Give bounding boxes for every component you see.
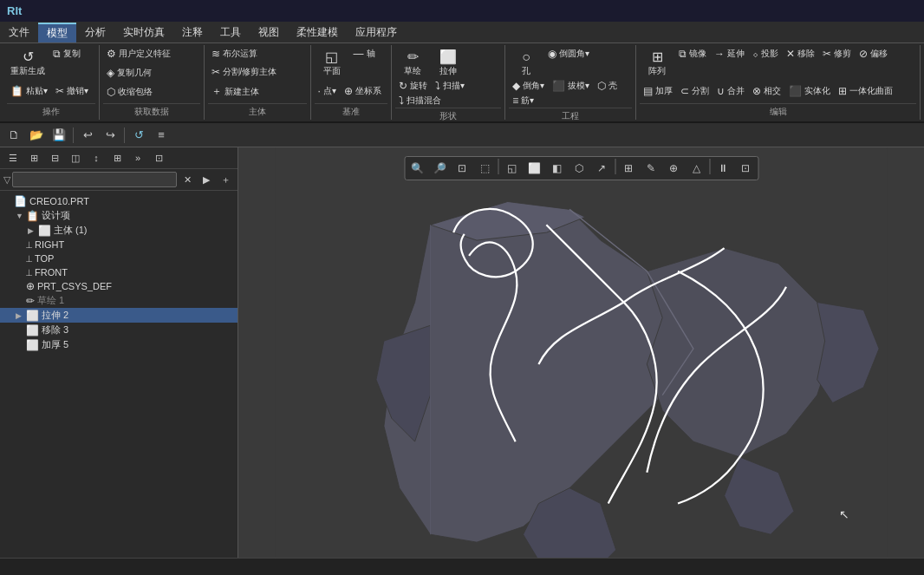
tb2-new[interactable]: 🗋 [3,126,24,145]
sidebar-tb-collapse[interactable]: ⊟ [45,149,64,167]
sidebar-tb-columns[interactable]: ⊞ [107,149,127,167]
tree-item-front[interactable]: ⟂FRONT [0,265,238,279]
vp-btn-zoom-fit[interactable]: ⊡ [452,159,472,178]
ribbon-btn-拉伸[interactable]: ⬜拉伸 [431,47,465,78]
vp-btn-normal-display[interactable]: △ [686,159,706,178]
menu-item-柔性建模[interactable]: 柔性建模 [288,23,347,42]
vp-btn-zoom-in[interactable]: 🔍 [407,159,427,178]
viewport[interactable]: 🔍🔎⊡⬚◱⬜◧⬡↗⊞✎⊕△⏸⊡ [238,147,924,558]
ribbon-btn-small-扫描[interactable]: ⤵扫描▾ [432,79,468,93]
ribbon-btn-small-合并[interactable]: ∪合并 [713,84,748,98]
sidebar-tb-more[interactable]: » [128,149,147,167]
ribbon-btn-small-实体化[interactable]: ⬛实体化 [785,84,834,98]
menu-item-应用程序[interactable]: 应用程序 [347,23,406,42]
vp-btn-half-view[interactable]: ◧ [546,159,567,178]
ribbon-btn-孔[interactable]: ○孔 [509,47,543,78]
vp-btn-pause[interactable]: ⏸ [713,159,733,178]
ribbon-btn-small-倒圆角[interactable]: ◉倒圆角▾ [544,47,593,61]
vp-btn-mesh[interactable]: ⬡ [569,159,589,178]
ribbon-btn-small-分割/修剪主体[interactable]: ✂分割/修剪主体 [208,65,281,79]
sidebar-tb-sort[interactable]: ↕ [87,149,106,167]
tree-arrow[interactable]: ▼ [16,212,26,220]
tb2-regenerate[interactable]: ↺ [128,126,149,145]
search-input[interactable] [12,172,177,187]
vp-btn-zoom-out[interactable]: 🔎 [429,159,450,178]
ribbon-btn-small-筋[interactable]: ≡筋▾ [509,94,537,108]
menu-item-注释[interactable]: 注释 [173,23,211,42]
tree-item-top[interactable]: ⟂TOP [0,252,238,265]
search-add[interactable]: ＋ [217,171,234,188]
ribbon-btn-草绘[interactable]: ✏草绘 [395,47,430,78]
ribbon-btn-small-壳[interactable]: ⬡壳 [594,79,621,93]
vp-btn-settings[interactable]: ⊡ [735,159,756,178]
tb2-relations[interactable]: ≡ [151,126,172,145]
ribbon-btn-small-坐标系[interactable]: ⊕坐标系 [341,84,385,98]
ribbon-btn-small-收缩包络[interactable]: ⬡收缩包络 [103,85,156,99]
tree-arrow[interactable]: ▶ [28,226,38,235]
tree-item-body1[interactable]: ▶⬜主体 (1) [0,223,238,238]
ribbon-btn-small-修剪[interactable]: ✂修剪 [819,47,855,61]
tree-item-icon-sketch1: ✏ [26,295,35,307]
vp-btn-shading[interactable]: ⬜ [524,159,544,178]
tree-item-sketch1[interactable]: ✏草绘 1 [0,293,238,308]
tree-arrow[interactable]: ▶ [16,311,26,320]
search-clear[interactable]: ✕ [179,171,196,188]
ribbon-btn-small-轴[interactable]: —轴 [350,47,379,61]
ribbon-btn-small-扫描混合[interactable]: ⤵扫描混合 [395,94,445,108]
vp-btn-view-options[interactable]: ⬚ [474,159,495,178]
ribbon-btn-small-布尔运算[interactable]: ≋布尔运算 [208,47,261,61]
sidebar-tb-options[interactable]: ⊡ [149,149,168,167]
search-go[interactable]: ▶ [198,171,215,188]
ribbon-btn-small-一体化曲面[interactable]: ⊞一体化曲面 [835,84,896,98]
menu-item-工具[interactable]: 工具 [211,23,250,42]
tree-item-extrude2[interactable]: ▶⬜拉伸 2 [0,308,238,323]
ribbon-btn-重新生成[interactable]: ↺重新生成 [7,47,49,78]
sidebar-tb-list-view[interactable]: ☰ [3,149,23,167]
tb2-save[interactable]: 💾 [49,126,69,145]
ribbon-btn-small-撤销[interactable]: ✂撤销▾ [52,84,92,98]
menu-item-模型[interactable]: 模型 [38,23,76,42]
ribbon-btn-small-分割[interactable]: ⊂分割 [677,84,713,98]
tree-item-root[interactable]: 📄CREO10.PRT [0,194,238,208]
tree-item-design[interactable]: ▼📋设计项 [0,208,238,223]
tree-item-csys[interactable]: ⊕PRT_CSYS_DEF [0,279,238,293]
menu-item-文件[interactable]: 文件 [0,23,38,42]
ribbon-btn-small-新建主体[interactable]: ＋新建主体 [208,83,263,100]
ribbon-btn-small-倒角[interactable]: ◆倒角▾ [509,79,548,93]
ribbon-btn-small-延伸[interactable]: →延伸 [711,47,748,61]
menu-item-分析[interactable]: 分析 [76,23,114,42]
tb2-redo[interactable]: ↪ [100,126,120,145]
vp-btn-plane-display[interactable]: ◱ [501,159,522,178]
ribbon-group-操作: ↺重新生成⧉复制📋粘贴▾✂撤销▾操作 [3,45,100,120]
menu-item-实时仿真[interactable]: 实时仿真 [114,23,173,42]
ribbon-btn-small-用户定义特征[interactable]: ⚙用户定义特征 [103,47,174,61]
ribbon-btn-small-移除[interactable]: ✕移除 [783,47,818,61]
ribbon-btn-small-镜像[interactable]: ⧉镜像 [675,47,710,61]
ribbon-btn-small-点[interactable]: ·点▾ [315,84,340,98]
sidebar-tb-panel[interactable]: ◫ [66,149,85,167]
tree-item-thicken5[interactable]: ⬜加厚 5 [0,337,238,352]
ribbon-btn-small-复制[interactable]: ⧉复制 [49,47,84,61]
tb2-undo[interactable]: ↩ [77,126,98,145]
tb2-open[interactable]: 📂 [26,126,47,145]
ribbon-btn-平面[interactable]: ◱平面 [315,47,349,78]
menu-item-视图[interactable]: 视图 [250,23,288,42]
ribbon-btn-small-投影[interactable]: ⬦投影 [749,47,782,61]
ribbon-btn-small-偏移[interactable]: ⊘偏移 [856,47,891,61]
tree-item-right[interactable]: ⟂RIGHT [0,238,238,252]
vp-btn-grid[interactable]: ⊞ [618,159,639,178]
ribbon-btn-small-相交[interactable]: ⊗相交 [749,84,784,98]
vp-btn-perspective[interactable]: ↗ [591,159,612,178]
vp-btn-sketch-display[interactable]: ✎ [641,159,661,178]
ribbon-btn-small-粘贴[interactable]: 📋粘贴▾ [7,84,51,98]
ribbon-btn-small-旋转[interactable]: ↻旋转 [395,79,431,93]
ribbon-btn-阵列[interactable]: ⊞阵列 [640,47,674,78]
tree-item-label-front: FRONT [35,267,68,278]
ribbon-btn-small-拔模[interactable]: ⬛拔模▾ [549,79,593,93]
ribbon-btn-small-加厚[interactable]: ▤加厚 [640,84,676,98]
ribbon-btn-small-复制几何[interactable]: ◈复制几何 [103,66,155,80]
sidebar-tb-grid-view[interactable]: ⊞ [24,149,43,167]
vp-btn-csys-display[interactable]: ⊕ [663,159,684,178]
tree-item-icon-thicken5: ⬜ [26,339,39,351]
tree-item-remove3[interactable]: ⬜移除 3 [0,323,238,337]
